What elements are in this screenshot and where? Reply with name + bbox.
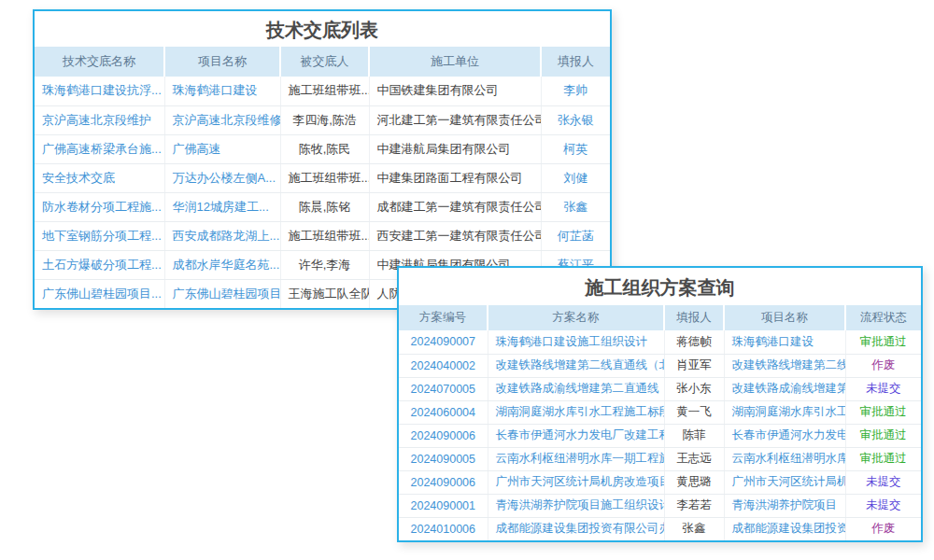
plan-name-cell[interactable]: 云南水利枢纽潜明水库一期工程施 (488, 447, 664, 470)
plan-id-cell[interactable]: 2024040002 (399, 354, 488, 377)
reporter-cell: 张小东 (664, 377, 724, 400)
disclosure-name-cell[interactable]: 地下室钢筋分项工程... (35, 221, 164, 250)
reporter-cell: 张鑫 (664, 517, 724, 540)
plan-name-cell[interactable]: 广州市天河区统计局机房改造项目 (488, 470, 664, 494)
disclosure-name-cell[interactable]: 广东佛山碧桂园项目... (35, 279, 164, 308)
disclosure-name-cell[interactable]: 珠海鹤港口建设抗浮... (35, 77, 164, 105)
reporter-cell[interactable]: 张永银 (541, 105, 610, 134)
construction-unit-cell: 中建港航局集团有限公司 (369, 134, 541, 163)
col-header-receiver: 被交底人 (280, 47, 369, 77)
project-name-cell[interactable]: 改建铁路线增建第二线直通线增 (724, 354, 845, 377)
col-header-disclosure-name: 技术交底名称 (35, 47, 164, 77)
disclosure-list-panel: 技术交底列表 技术交底名称 项目名称 被交底人 施工单位 填报人 珠海鹤港口建设… (33, 9, 612, 310)
table-row: 2024090005云南水利枢纽潜明水库一期工程施王志远云南水利枢纽潜明水库一期… (399, 447, 921, 470)
col-header-construction-unit: 施工单位 (369, 47, 541, 77)
plan-status-cell: 作废 (845, 517, 921, 540)
table-row: 2024060004湖南洞庭湖水库引水工程施工标段黄一飞湖南洞庭湖水库引水工程施… (399, 400, 921, 424)
receiver-cell: 陈晨,陈铭 (280, 192, 369, 221)
table-row: 2024010006成都能源建设集团投资有限公司办张鑫成都能源建设集团投资有限公… (399, 517, 921, 540)
plan-status-cell: 审批通过 (845, 447, 921, 470)
table-row: 广佛高速桥梁承台施...广佛高速陈牧,陈民中建港航局集团有限公司柯英 (35, 134, 610, 163)
project-name-cell[interactable]: 湖南洞庭湖水库引水工程施工标 (724, 400, 845, 424)
reporter-cell[interactable]: 柯英 (541, 134, 610, 163)
plan-name-cell[interactable]: 长春市伊通河水力发电厂改建工程 (488, 424, 664, 447)
receiver-cell: 李四海,陈浩 (280, 105, 369, 134)
plan-status-cell: 作废 (845, 354, 921, 377)
table-header-row: 方案编号 方案名称 填报人 项目名称 流程状态 (399, 305, 921, 330)
plan-name-cell[interactable]: 青海洪湖养护院项目施工组织设计 (488, 494, 664, 517)
disclosure-name-cell[interactable]: 京沪高速北京段维护 (35, 105, 164, 134)
table-row: 地下室钢筋分项工程...西安成都路龙湖上...施工班组带班...西安建工第一建筑… (35, 221, 610, 250)
receiver-cell: 施工班组带班... (280, 77, 369, 105)
table-row: 2024090007珠海鹤港口建设施工组织设计蒋德帧珠海鹤港口建设审批通过 (399, 330, 921, 354)
plan-status-cell: 审批通过 (845, 424, 921, 447)
reporter-cell: 陈菲 (664, 424, 724, 447)
plan-name-cell[interactable]: 成都能源建设集团投资有限公司办 (488, 517, 664, 540)
project-name-cell[interactable]: 云南水利枢纽潜明水库一期工程 (724, 447, 845, 470)
reporter-cell: 肖亚军 (664, 354, 724, 377)
reporter-cell[interactable]: 刘健 (541, 163, 610, 192)
plan-query-table: 方案编号 方案名称 填报人 项目名称 流程状态 2024090007珠海鹤港口建… (399, 305, 921, 540)
plan-status-cell: 未提交 (845, 377, 921, 400)
reporter-cell: 黄思璐 (664, 470, 724, 494)
col-header-reporter: 填报人 (541, 47, 610, 77)
project-name-cell[interactable]: 珠海鹤港口建设 (724, 330, 845, 354)
plan-status-cell: 未提交 (845, 494, 921, 517)
plan-id-cell[interactable]: 2024060004 (399, 400, 488, 424)
plan-id-cell[interactable]: 2024090001 (399, 494, 488, 517)
table-row: 2024070005改建铁路成渝线增建第二直通线张小东改建铁路成渝线增建第二直通… (399, 377, 921, 400)
project-name-cell[interactable]: 广佛高速 (164, 134, 280, 163)
project-name-cell[interactable]: 西安成都路龙湖上... (164, 221, 280, 250)
plan-status-cell: 审批通过 (845, 400, 921, 424)
construction-unit-cell: 河北建工第一建筑有限责任公司 (369, 105, 541, 134)
plan-name-cell[interactable]: 珠海鹤港口建设施工组织设计 (488, 330, 664, 354)
plan-id-cell[interactable]: 2024090006 (399, 470, 488, 494)
project-name-cell[interactable]: 长春市伊通河水力发电厂改建工 (724, 424, 845, 447)
project-name-cell[interactable]: 万达办公楼左侧A... (164, 163, 280, 192)
col-header-reporter: 填报人 (664, 305, 724, 330)
plan-name-cell[interactable]: 改建铁路成渝线增建第二直通线 (488, 377, 664, 400)
disclosure-name-cell[interactable]: 土石方爆破分项工程... (35, 250, 164, 279)
plan-name-cell[interactable]: 改建铁路线增建第二线直通线（北 (488, 354, 664, 377)
project-name-cell[interactable]: 华润12城房建工... (164, 192, 280, 221)
project-name-cell[interactable]: 改建铁路成渝线增建第二直通线 (724, 377, 845, 400)
plan-id-cell[interactable]: 2024090007 (399, 330, 488, 354)
receiver-cell: 王海施工队全队 (280, 279, 369, 308)
plan-name-cell[interactable]: 湖南洞庭湖水库引水工程施工标段 (488, 400, 664, 424)
disclosure-name-cell[interactable]: 防水卷材分项工程施... (35, 192, 164, 221)
disclosure-name-cell[interactable]: 广佛高速桥梁承台施... (35, 134, 164, 163)
col-header-plan-name: 方案名称 (488, 305, 664, 330)
table-row: 2024090006广州市天河区统计局机房改造项目黄思璐广州市天河区统计局机房改… (399, 470, 921, 494)
project-name-cell[interactable]: 成都水岸华庭名苑... (164, 250, 280, 279)
project-name-cell[interactable]: 京沪高速北京段维修 (164, 105, 280, 134)
project-name-cell[interactable]: 广东佛山碧桂园项目 (164, 279, 280, 308)
disclosure-name-cell[interactable]: 安全技术交底 (35, 163, 164, 192)
table-row: 防水卷材分项工程施...华润12城房建工...陈晨,陈铭成都建工第一建筑有限责任… (35, 192, 610, 221)
table-row: 2024040002改建铁路线增建第二线直通线（北肖亚军改建铁路线增建第二线直通… (399, 354, 921, 377)
panel-title: 施工组织方案查询 (399, 268, 921, 305)
project-name-cell[interactable]: 青海洪湖养护院项目 (724, 494, 845, 517)
project-name-cell[interactable]: 成都能源建设集团投资有限公司 (724, 517, 845, 540)
plan-status-cell: 审批通过 (845, 330, 921, 354)
reporter-cell: 李若若 (664, 494, 724, 517)
reporter-cell: 蒋德帧 (664, 330, 724, 354)
reporter-cell: 王志远 (664, 447, 724, 470)
plan-id-cell[interactable]: 2024010006 (399, 517, 488, 540)
project-name-cell[interactable]: 珠海鹤港口建设 (164, 77, 280, 105)
plan-id-cell[interactable]: 2024070005 (399, 377, 488, 400)
col-header-flow-status: 流程状态 (845, 305, 921, 330)
col-header-project-name: 项目名称 (164, 47, 280, 77)
project-name-cell[interactable]: 广州市天河区统计局机房改造项 (724, 470, 845, 494)
plan-id-cell[interactable]: 2024090006 (399, 424, 488, 447)
panel-title: 技术交底列表 (35, 11, 610, 47)
reporter-cell[interactable]: 何芷菡 (541, 221, 610, 250)
plan-status-cell: 未提交 (845, 470, 921, 494)
reporter-cell[interactable]: 张鑫 (541, 192, 610, 221)
receiver-cell: 陈牧,陈民 (280, 134, 369, 163)
table-header-row: 技术交底名称 项目名称 被交底人 施工单位 填报人 (35, 47, 610, 77)
col-header-plan-id: 方案编号 (399, 305, 488, 330)
plan-id-cell[interactable]: 2024090005 (399, 447, 488, 470)
reporter-cell[interactable]: 李帅 (541, 77, 610, 105)
table-row: 珠海鹤港口建设抗浮...珠海鹤港口建设施工班组带班...中国铁建集团有限公司李帅 (35, 77, 610, 105)
receiver-cell: 施工班组带班... (280, 221, 369, 250)
